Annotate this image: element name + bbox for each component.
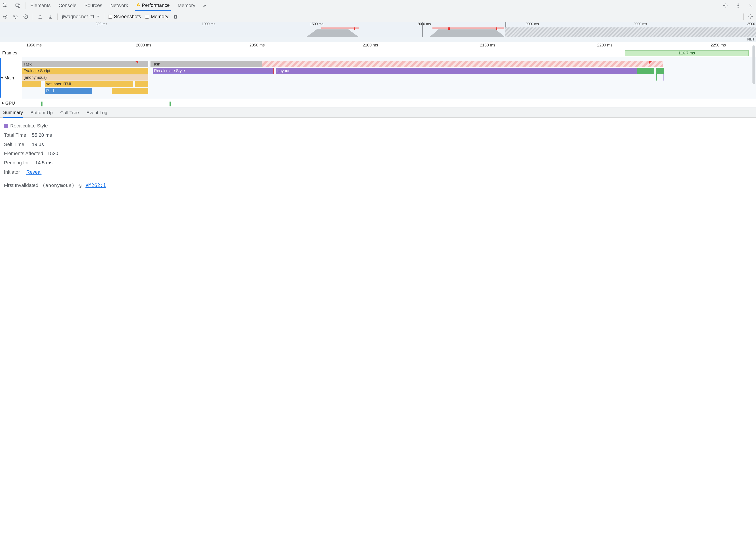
ruler-tick: 2200 ms (597, 43, 612, 48)
tab-console[interactable]: Console (58, 0, 77, 11)
scrollbar-thumb[interactable] (752, 45, 755, 84)
close-icon[interactable] (748, 2, 754, 9)
ruler-tick: 2050 ms (250, 43, 265, 48)
svg-rect-2 (18, 5, 20, 7)
overview-strip[interactable]: 500 ms 1000 ms 1500 ms 2000 ms 2500 ms 3… (0, 22, 756, 42)
gpu-body[interactable] (26, 99, 756, 107)
ruler-tick: 2250 ms (711, 43, 726, 48)
bar-paint[interactable] (637, 68, 654, 74)
device-toolbar-icon[interactable] (15, 2, 21, 9)
clear-icon[interactable] (22, 13, 29, 20)
gpu-header-label: GPU (5, 101, 15, 106)
tab-label: Console (59, 3, 76, 8)
warning-icon (136, 2, 141, 8)
tab-event-log[interactable]: Event Log (86, 108, 107, 118)
inspect-icon[interactable] (2, 2, 8, 9)
tab-more[interactable]: » (202, 0, 207, 11)
tab-label: Bottom-Up (31, 110, 53, 115)
reload-icon[interactable] (12, 13, 18, 20)
frame-duration: 116.7 ms (679, 51, 695, 56)
memory-toggle[interactable]: Memory (145, 14, 168, 19)
overview-tick: 1000 ms (202, 22, 216, 26)
cpu-hump (306, 28, 359, 37)
ruler-tick: 2100 ms (363, 43, 378, 48)
overview-chunk (321, 27, 359, 29)
ruler-tick: 2000 ms (136, 43, 151, 48)
details-tabs: Summary Bottom-Up Call Tree Event Log (0, 108, 756, 118)
overview-tick: 3000 ms (633, 22, 648, 26)
tab-label: Summary (3, 110, 23, 115)
frame-chip[interactable]: 116.7 ms (625, 50, 749, 56)
main-flamechart[interactable]: Task Task Evaluate Script Recalculate St… (22, 57, 756, 99)
save-profile-icon[interactable] (47, 13, 53, 20)
tab-performance[interactable]: Performance (135, 0, 171, 11)
target-selector[interactable]: jlwagner.net #1 (61, 14, 100, 19)
bar-evaluate-script[interactable]: Evaluate Script (22, 68, 148, 74)
bar-anonymous[interactable]: (anonymous) (22, 74, 148, 80)
tab-memory[interactable]: Memory (177, 0, 196, 11)
disclosure-triangle-icon[interactable] (2, 102, 4, 104)
frames-body[interactable]: 116.7 ms (26, 50, 756, 57)
bar-label: (anonymous) (23, 75, 47, 80)
settings-icon[interactable] (722, 2, 728, 9)
tab-summary[interactable]: Summary (3, 108, 23, 118)
overview-tick: 2500 ms (525, 22, 540, 26)
bar-set-innerhtml[interactable]: set innerHTML (45, 81, 133, 87)
svg-rect-3 (138, 4, 139, 5)
bar-label: Layout (277, 69, 289, 73)
chevron-down-icon (97, 16, 100, 17)
main-header-label: Main (4, 75, 14, 80)
bar-label: Evaluate Script (23, 69, 50, 73)
record-icon[interactable] (2, 13, 8, 20)
capture-settings-icon[interactable] (748, 13, 754, 20)
main-track: Main Task Task Evaluate Script Recalcula… (0, 57, 756, 99)
bar-task[interactable]: Task (22, 61, 148, 67)
vm-source-link[interactable]: VM262:1 (86, 181, 106, 190)
bar-sliver[interactable] (656, 74, 657, 80)
divider (57, 13, 58, 20)
bar-layout[interactable]: Layout (276, 68, 637, 74)
memory-checkbox[interactable] (145, 15, 149, 18)
screenshots-checkbox[interactable] (108, 15, 112, 18)
kv-key: Self Time (4, 140, 28, 149)
svg-point-10 (5, 16, 6, 17)
bar-sliver[interactable] (663, 74, 664, 80)
main-header[interactable]: Main (0, 57, 22, 99)
overview-trail (505, 27, 756, 37)
screenshots-toggle[interactable]: Screenshots (108, 14, 141, 19)
gpu-header[interactable]: GPU (0, 99, 26, 107)
performance-toolbar: jlwagner.net #1 Screenshots Memory (0, 11, 756, 22)
bar-chunk[interactable] (112, 88, 149, 94)
bar-task[interactable]: Task (151, 61, 262, 67)
gpu-event[interactable] (41, 102, 43, 106)
frames-header[interactable]: Frames (0, 49, 26, 57)
bar-parse-html[interactable]: P…L (45, 88, 92, 94)
initiator-reveal-link[interactable]: Reveal (26, 167, 41, 177)
overview-tick: 3500 (747, 22, 756, 26)
bar-chunk[interactable] (22, 81, 41, 87)
ruler-tick: 1950 ms (26, 43, 42, 48)
disclosure-triangle-icon[interactable] (1, 77, 4, 79)
bar-recalculate-style[interactable]: Recalculate Style (153, 68, 274, 74)
tab-sources[interactable]: Sources (84, 0, 103, 11)
tab-label: Network (110, 3, 128, 8)
target-label: jlwagner.net #1 (62, 14, 95, 19)
svg-point-6 (738, 4, 739, 4)
bar-composite[interactable] (656, 68, 664, 74)
load-profile-icon[interactable] (37, 13, 43, 20)
tab-call-tree[interactable]: Call Tree (60, 108, 79, 118)
garbage-collect-icon[interactable] (172, 13, 178, 20)
gpu-event[interactable] (169, 102, 171, 106)
kebab-icon[interactable] (735, 2, 741, 9)
tab-label: Call Tree (60, 110, 79, 115)
tab-network[interactable]: Network (109, 0, 129, 11)
bar-long-task[interactable] (262, 61, 663, 67)
kv-key: First Invalidated (4, 181, 38, 190)
frames-track: Frames 116.7 ms (0, 49, 756, 57)
bar-chunk[interactable] (135, 81, 149, 87)
tab-bottom-up[interactable]: Bottom-Up (31, 108, 53, 118)
bar-label: set innerHTML (46, 82, 72, 87)
tab-elements[interactable]: Elements (30, 0, 52, 11)
svg-rect-1 (16, 4, 19, 6)
svg-point-5 (724, 5, 726, 6)
